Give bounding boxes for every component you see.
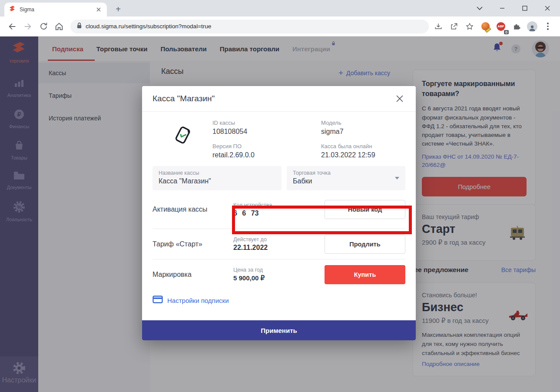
activation-row: Активация кассы Код устройства 6 6 73 Но… [152,190,405,229]
app-root: торговля Аналитика ₽ Финансы Товары Доку… [0,37,560,392]
adblock-icon[interactable]: ABP8 [495,20,507,33]
card-icon [152,296,163,305]
apply-button[interactable]: Применить [142,320,416,340]
new-tab-button[interactable]: + [112,3,124,15]
marking-row: Маркировка Цена за год 5 900,00 ₽ Купить [152,259,405,289]
browser-titlebar: Sigma + [0,0,560,17]
modal-body: ID кассы 108108054 Модель sigma7 Версия … [142,119,416,311]
profile-icon[interactable] [526,20,538,33]
tab-close-icon[interactable] [95,6,103,13]
subscription-settings-link[interactable]: Настройки подписки [152,289,405,311]
adblock-badge: 8 [504,30,509,34]
save-page-icon[interactable] [432,20,444,33]
device-code-field: Код устройства 6 6 73 [233,202,325,217]
terminal-check-icon [152,119,212,159]
close-window-button[interactable] [542,3,553,14]
url-text: cloud.sigma.ru/settings/subscription?mod… [86,23,211,30]
toolbar-icons: ABP8 [432,20,556,33]
browser-window: Sigma + cloud.sigma.ru/settings/subscrip… [0,0,560,392]
new-code-button[interactable]: Новый код [325,200,405,219]
extensions-puzzle-icon[interactable] [510,20,523,33]
modal-header: Касса "Магазин" [142,86,416,112]
device-info-grid: ID кассы 108108054 Модель sigma7 Версия … [212,119,405,159]
bookmark-star-icon[interactable] [464,20,476,33]
outlet-select[interactable]: Торговая точка Бабки [287,166,405,190]
url-bar[interactable]: cloud.sigma.ru/settings/subscription?mod… [70,20,429,33]
home-icon[interactable] [53,20,66,33]
editable-fields-row: Название кассы Касса "Магазин" Торговая … [152,166,405,190]
back-icon[interactable] [6,20,19,33]
kassa-version-field: Версия ПО retail.2.69.0.0 [212,143,321,159]
reload-icon[interactable] [37,20,50,33]
kassa-online-field: Касса была онлайн 21.03.2022 12:59 [321,143,405,159]
tariff-valid-field: Действует до 22.11.2022 [233,236,325,252]
tab-title: Sigma [20,7,95,13]
sigma-favicon-icon [9,5,16,14]
kassa-model-field: Модель sigma7 [321,120,405,136]
lock-icon [76,22,82,30]
tariff-row: Тариф «Старт» Действует до 22.11.2022 Пр… [152,229,405,259]
menu-kebab-icon[interactable] [542,20,554,33]
chevron-down-icon [395,177,399,179]
browser-tab[interactable]: Sigma [4,3,107,17]
marking-price-field: Цена за год 5 900,00 ₽ [233,267,325,282]
modal-title: Касса "Магазин" [152,94,215,103]
window-controls [474,0,557,17]
minimize-button[interactable] [497,3,508,14]
forward-icon[interactable] [21,20,34,33]
extension-ball-icon[interactable] [479,20,491,33]
device-info-row: ID кассы 108108054 Модель sigma7 Версия … [152,119,405,159]
device-code-value: 6 6 73 [233,209,325,217]
kassa-modal: Касса "Магазин" ID кассы 108108054 [142,86,416,340]
buy-button[interactable]: Купить [325,265,405,284]
kassa-name-input[interactable]: Название кассы Касса "Магазин" [152,166,282,190]
tab-search-chevron-icon[interactable] [474,3,485,14]
share-icon[interactable] [448,20,460,33]
browser-toolbar: cloud.sigma.ru/settings/subscription?mod… [0,17,560,37]
close-icon[interactable] [394,93,405,104]
kassa-id-field: ID кассы 108108054 [212,120,321,136]
extend-button[interactable]: Продлить [325,235,405,254]
maximize-button[interactable] [519,3,530,14]
